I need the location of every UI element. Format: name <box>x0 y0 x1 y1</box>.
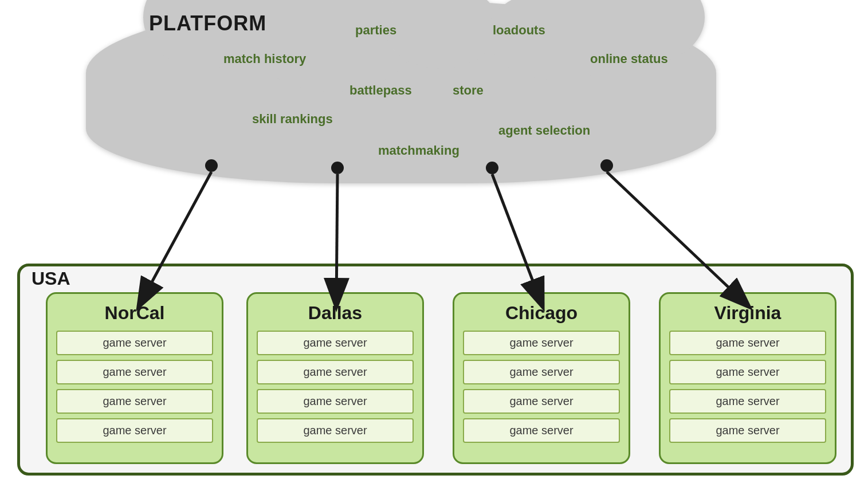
datacenter-title-chicago: Chicago <box>463 303 620 324</box>
server-box-dallas-2: game server <box>257 389 414 414</box>
server-box-chicago-3: game server <box>463 418 620 443</box>
server-box-chicago-0: game server <box>463 331 620 355</box>
diagram-container: PLATFORM match historypartiesloadoutsonl… <box>0 0 868 491</box>
datacenter-chicago: Chicagogame servergame servergame server… <box>453 292 630 464</box>
server-box-norcal-1: game server <box>56 360 213 384</box>
server-box-dallas-3: game server <box>257 418 414 443</box>
cloud-dot-2 <box>331 162 344 174</box>
cloud-label-battlepass: battlepass <box>349 83 412 98</box>
server-box-dallas-1: game server <box>257 360 414 384</box>
server-box-norcal-0: game server <box>56 331 213 355</box>
server-box-norcal-2: game server <box>56 389 213 414</box>
datacenter-dallas: Dallasgame servergame servergame serverg… <box>246 292 424 464</box>
server-box-dallas-0: game server <box>257 331 414 355</box>
server-box-virginia-0: game server <box>669 331 826 355</box>
datacenter-title-dallas: Dallas <box>257 303 414 324</box>
cloud-dot-1 <box>205 159 218 172</box>
cloud-label-match-history: match history <box>223 52 306 66</box>
server-box-chicago-2: game server <box>463 389 620 414</box>
server-box-virginia-2: game server <box>669 389 826 414</box>
cloud-label-matchmaking: matchmaking <box>378 143 459 158</box>
cloud-dot-4 <box>600 159 613 172</box>
server-box-virginia-1: game server <box>669 360 826 384</box>
cloud-label-skill-rankings: skill rankings <box>252 112 333 127</box>
cloud-label-online-status: online status <box>590 52 668 66</box>
datacenter-virginia: Virginiagame servergame servergame serve… <box>659 292 836 464</box>
cloud-label-parties: parties <box>355 23 396 38</box>
cloud-label-loadouts: loadouts <box>493 23 545 38</box>
cloud-bump1 <box>384 0 498 69</box>
platform-title: PLATFORM <box>149 11 266 36</box>
cloud-dot-3 <box>486 162 498 174</box>
datacenter-title-virginia: Virginia <box>669 303 826 324</box>
cloud-label-agent-selection: agent selection <box>498 123 590 138</box>
server-box-chicago-1: game server <box>463 360 620 384</box>
usa-label: USA <box>32 268 70 289</box>
datacenter-norcal: NorCalgame servergame servergame serverg… <box>46 292 223 464</box>
datacenter-title-norcal: NorCal <box>56 303 213 324</box>
server-box-norcal-3: game server <box>56 418 213 443</box>
cloud-label-store: store <box>453 83 484 98</box>
server-box-virginia-3: game server <box>669 418 826 443</box>
